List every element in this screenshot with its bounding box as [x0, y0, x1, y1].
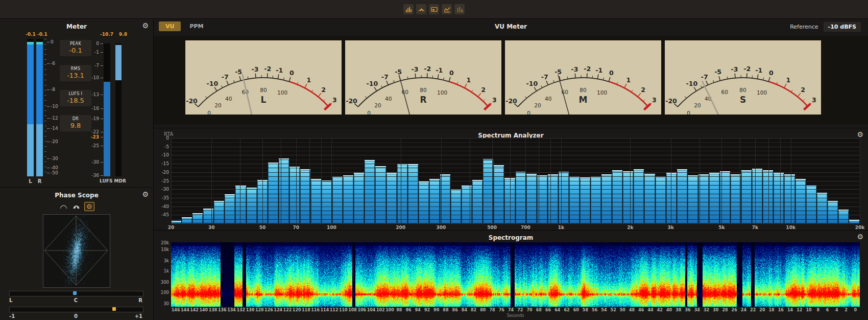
svg-text:20: 20	[214, 102, 221, 108]
lufs-tick-label: -19	[83, 116, 99, 121]
svg-text:-10: -10	[686, 80, 698, 87]
level-fill-low	[36, 124, 43, 176]
spectrogram-x-tick-label: 20	[758, 308, 767, 312]
spectrogram-x-tick-label: 102	[376, 308, 385, 312]
phase-scope-display	[43, 214, 110, 288]
svg-text:-20: -20	[346, 97, 357, 105]
phase-scope-icon[interactable]	[429, 4, 439, 14]
meter-tick-label: 0	[51, 39, 54, 44]
lufs-tick-label: -23	[83, 134, 99, 140]
spectrogram-x-tick-label: 128	[255, 308, 264, 312]
balance-slider[interactable]	[9, 291, 143, 296]
vu-meter-M: -20-10-7-5-3-2-10123020406080100M	[505, 40, 661, 115]
goniometer-arc-icon[interactable]	[59, 202, 68, 211]
grid-hline	[171, 219, 860, 220]
meter-tick-label: -6	[51, 61, 55, 66]
lufs-peak-value: -10.7	[100, 32, 113, 37]
spectrogram-x-tick-label: 36	[683, 308, 692, 312]
spectrum-bar	[332, 176, 343, 223]
spectrum-x-tick-label: 20	[168, 225, 175, 230]
spectrogram-x-tick-label: 6	[823, 308, 832, 312]
spectrum-settings-gear-icon[interactable]: ⚙	[857, 131, 863, 138]
spectrum-bar	[601, 174, 612, 223]
meter-settings-gear-icon[interactable]: ⚙	[142, 22, 149, 29]
svg-text:-2: -2	[584, 65, 591, 73]
grid-hline	[171, 207, 860, 207]
spectrogram-icon[interactable]	[454, 4, 465, 14]
spectrogram-x-tick-label: 74	[506, 308, 515, 312]
svg-text:-20: -20	[665, 97, 677, 105]
correlation-marker[interactable]	[112, 307, 116, 311]
spectrogram-section: Spectrogram ⚙ 20k10k3k1k30010030 1461441…	[154, 230, 868, 320]
spectrogram-x-tick-label: 28	[720, 308, 730, 312]
svg-text:-1: -1	[755, 66, 762, 74]
svg-text:1: 1	[466, 76, 471, 84]
spectrogram-x-tick-label: 34	[692, 308, 702, 312]
grid-hline	[171, 142, 860, 143]
scope-square-icon[interactable]	[84, 202, 94, 211]
spectrogram-y-tick-label: 3k	[155, 258, 169, 263]
lufs-tick	[101, 132, 103, 132]
dr-meter	[115, 43, 122, 176]
spectrogram-x-tick-label: 72	[516, 308, 525, 312]
spectrogram-x-tick-label: 10	[804, 308, 813, 312]
vu-gauge-icon[interactable]	[416, 4, 426, 14]
spectrum-bar	[784, 174, 794, 223]
meter-tick	[47, 118, 50, 119]
svg-text:-7: -7	[381, 73, 389, 81]
spectrogram-x-tick-label: 8	[813, 308, 823, 312]
reference-value[interactable]: -10 dBFS	[824, 22, 861, 32]
spectrum-x-tick-label: 3k	[667, 225, 673, 230]
spectrum-x-tick-label: 7k	[752, 225, 758, 230]
spectrogram-x-tick-label: 130	[246, 308, 255, 312]
lufs-tick	[101, 137, 103, 138]
spectrum-x-tick-label: 70	[293, 225, 299, 230]
lufs-tick-label: -16	[83, 106, 99, 111]
vu-meter-face-S: -20-10-7-5-3-2-10123020406080100S	[665, 40, 821, 115]
gauge-filled-icon[interactable]	[71, 202, 81, 211]
vu-meters-row: -20-10-7-5-3-2-10123020406080100L-20-10-…	[154, 36, 868, 125]
vu-meter-section: VU PPM VU Meter Reference -10 dBFS -20-1…	[154, 19, 868, 128]
spectrum-bar	[828, 201, 838, 223]
lufs-tick	[101, 65, 103, 66]
spectrogram-x-tick-label: 40	[664, 308, 673, 312]
spectrogram-settings-gear-icon[interactable]: ⚙	[857, 233, 863, 240]
grid-hline	[171, 215, 860, 215]
grid-vline	[860, 138, 860, 223]
spectrogram-x-tick-label: 14	[785, 308, 794, 312]
spectrum-curve-icon[interactable]	[442, 4, 452, 14]
spectrogram-x-tick-label: 16	[776, 308, 785, 312]
spectrum-bar	[569, 176, 580, 223]
svg-text:L: L	[261, 95, 267, 105]
spectrogram-x-tick-label: 84	[460, 308, 469, 312]
spectrogram-x-tick-label: 12	[795, 308, 804, 312]
spectrogram-x-tick-label: 54	[599, 308, 609, 312]
spectrogram-y-tick-label: 100	[155, 290, 169, 295]
spectrum-x-tick-label: 700	[521, 225, 531, 230]
meter-panel-title: Meter	[0, 23, 153, 30]
svg-text:60: 60	[402, 89, 408, 95]
svg-text:-10: -10	[526, 80, 538, 87]
lufs-tick-label: -13	[83, 92, 99, 97]
svg-text:-10: -10	[207, 80, 219, 87]
meter-tick	[47, 158, 50, 159]
balance-marker[interactable]	[73, 291, 77, 295]
spectrogram-y-tick-label: 10k	[155, 247, 169, 252]
left-column: Meter ⚙ -0.1 -0.1 L R PEAK -0.1 RMS -13.…	[0, 19, 154, 320]
vu-meter-face-L: -20-10-7-5-3-2-10123020406080100L	[185, 40, 342, 115]
grid-hline	[171, 151, 860, 151]
dr-peak-value: 9.8	[119, 32, 127, 37]
correlation-slider[interactable]	[9, 307, 143, 312]
svg-text:100: 100	[437, 89, 447, 96]
spectrogram-x-tick-label: 112	[329, 308, 339, 312]
lufs-tick-label: -25	[83, 143, 99, 148]
vu-meter-R: -20-10-7-5-3-2-10123020406080100R	[345, 40, 501, 115]
spectrum-y-tick-label: -15	[157, 161, 169, 166]
meter-bars-icon[interactable]	[403, 4, 414, 14]
phase-settings-gear-icon[interactable]: ⚙	[142, 191, 149, 198]
svg-text:2: 2	[481, 86, 486, 94]
spectrum-x-tick-label: 10k	[786, 225, 795, 230]
svg-text:-5: -5	[235, 68, 242, 76]
svg-text:-2: -2	[743, 65, 751, 73]
spectrum-y-tick-label: -5	[157, 144, 169, 149]
